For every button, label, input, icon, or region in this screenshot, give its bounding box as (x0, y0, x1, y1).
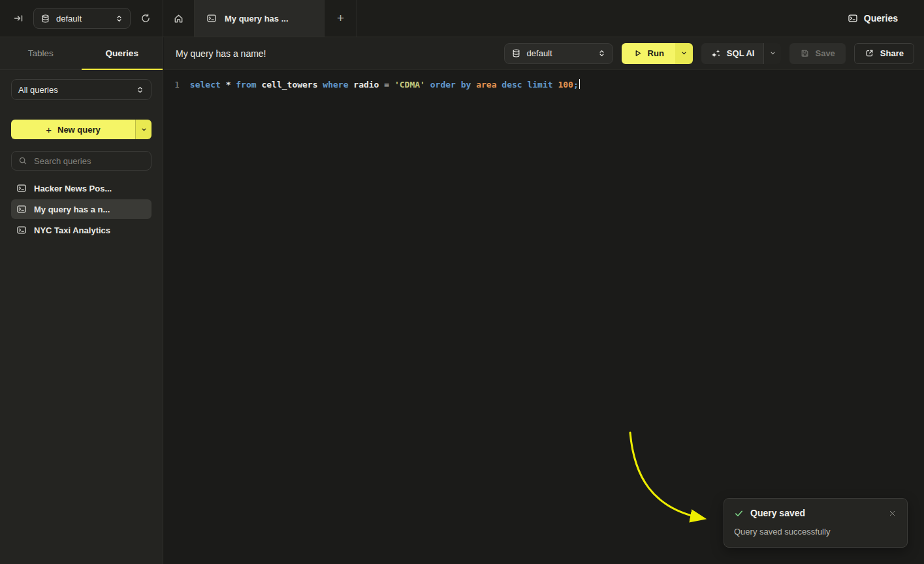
toast-query-saved: Query saved Query saved successfully (724, 498, 908, 548)
new-query-dropdown-button[interactable] (135, 120, 151, 139)
run-split-button: Run (622, 43, 693, 64)
save-label: Save (815, 48, 835, 58)
run-dropdown-button[interactable] (675, 43, 693, 64)
tab-label: My query has ... (225, 14, 289, 24)
query-filter-value: All queries (18, 85, 130, 95)
sparkles-icon (710, 48, 721, 59)
code-token (425, 80, 430, 90)
query-list: Hacker News Pos... My query has a n... N… (11, 178, 151, 240)
sidebar: Tables Queries All queries + New query (0, 37, 163, 564)
toolbar-database-selector[interactable]: default (504, 43, 613, 64)
code-token: radio (353, 80, 379, 90)
query-toolbar: My query has a name! default (164, 37, 924, 70)
share-button[interactable]: Share (854, 43, 914, 64)
updown-chevron-icon (115, 14, 123, 23)
code-token: 100 (558, 80, 573, 90)
query-list-item-nyc-taxi[interactable]: NYC Taxi Analytics (11, 220, 151, 240)
sidebar-content: All queries + New query (0, 70, 163, 240)
chevron-down-icon (769, 50, 776, 57)
query-console-icon (206, 13, 217, 24)
sidebar-tab-tables[interactable]: Tables (0, 37, 82, 69)
play-icon (633, 48, 643, 58)
new-query-label: New query (57, 125, 101, 135)
new-tab-button[interactable]: + (325, 0, 357, 37)
code-token: 'CDMA' (394, 80, 425, 90)
sql-ai-dropdown-button[interactable] (763, 43, 781, 64)
toast-title: Query saved (750, 508, 805, 518)
toolbar-database-value: default (527, 48, 592, 58)
share-export-icon (865, 48, 874, 58)
code-token: select (190, 80, 221, 90)
query-title: My query has a name! (176, 48, 266, 59)
database-icon (511, 48, 521, 58)
refresh-button[interactable] (136, 9, 155, 27)
collapse-sidebar-button[interactable] (9, 9, 27, 27)
tab-my-query[interactable]: My query has ... (195, 0, 325, 37)
share-label: Share (880, 48, 904, 58)
code-token (389, 80, 394, 90)
chevron-down-icon (680, 50, 688, 57)
query-console-icon (16, 204, 27, 214)
text-cursor (579, 79, 581, 89)
updown-chevron-icon (597, 49, 606, 58)
query-item-label: NYC Taxi Analytics (34, 225, 110, 235)
code-token: by (461, 80, 471, 90)
tab-strip: My query has ... + Queries (163, 0, 924, 37)
code-token: order (430, 80, 456, 90)
sql-ai-label: SQL AI (727, 48, 755, 58)
query-item-label: My query has a n... (34, 205, 110, 214)
arrow-to-bar-icon (13, 13, 24, 24)
search-queries-input[interactable] (33, 156, 144, 167)
sql-ai-split-button: SQL AI (701, 43, 782, 64)
run-label: Run (648, 48, 664, 58)
new-query-split-button: + New query (11, 120, 151, 139)
toast-close-button[interactable] (887, 508, 897, 518)
query-filter-selector[interactable]: All queries (11, 79, 151, 100)
code-token: where (323, 80, 348, 90)
code-line: select * from cell_towers where radio = … (190, 78, 580, 91)
topbar-database-value: default (56, 14, 109, 24)
code-token: from (236, 80, 256, 90)
database-icon (40, 14, 50, 24)
code-token: area (476, 80, 496, 90)
code-token: limit (527, 80, 552, 90)
sql-editor[interactable]: 1 select * from cell_towers where radio … (164, 70, 924, 91)
code-token (221, 80, 226, 90)
query-console-icon (16, 225, 27, 235)
toast-header: Query saved (734, 508, 897, 518)
sql-ai-button[interactable]: SQL AI (701, 43, 764, 64)
query-item-label: Hacker News Pos... (34, 184, 112, 193)
query-list-item-hacker-news[interactable]: Hacker News Pos... (11, 178, 151, 198)
code-token: cell_towers (261, 80, 317, 90)
plus-icon: + (46, 124, 52, 135)
sidebar-tab-queries[interactable]: Queries (82, 37, 163, 69)
save-floppy-icon (800, 48, 810, 58)
topbar-database-selector[interactable]: default (33, 8, 131, 29)
topbar: default (0, 0, 924, 37)
new-query-button[interactable]: + New query (11, 120, 135, 139)
search-queries-box (11, 151, 151, 171)
chevron-down-icon (140, 126, 148, 133)
run-button[interactable]: Run (622, 43, 675, 64)
refresh-icon (140, 13, 151, 24)
queries-console-icon (848, 13, 858, 24)
code-token (456, 80, 461, 90)
toast-message: Query saved successfully (734, 527, 897, 537)
home-button[interactable] (163, 0, 195, 37)
home-icon (173, 13, 184, 24)
code-token (471, 80, 476, 90)
topbar-left-section: default (0, 0, 163, 37)
save-button[interactable]: Save (789, 43, 845, 64)
line-number: 1 (174, 78, 180, 91)
main-panel: My query has a name! default (164, 37, 924, 564)
query-console-icon (16, 183, 27, 193)
code-token: = (384, 80, 389, 90)
code-token: desc (502, 80, 522, 90)
queries-indicator-label: Queries (864, 13, 898, 24)
close-icon (889, 510, 896, 517)
queries-indicator[interactable]: Queries (848, 0, 898, 37)
check-icon (734, 508, 744, 518)
sidebar-tabs: Tables Queries (0, 37, 163, 70)
updown-chevron-icon (136, 86, 144, 94)
query-list-item-my-query[interactable]: My query has a n... (11, 199, 151, 219)
